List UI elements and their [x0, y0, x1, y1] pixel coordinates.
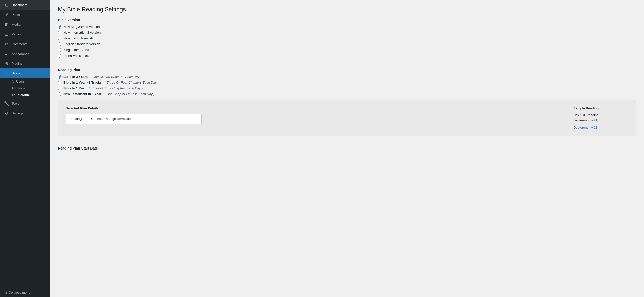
plan-details-box: Selected Plan Details Reading From Genes… — [58, 100, 636, 136]
radio-niv-input[interactable] — [58, 31, 61, 34]
sidebar-item-your-profile[interactable]: Your Profile — [0, 92, 50, 98]
section-divider — [58, 63, 636, 63]
sidebar-item-add-new[interactable]: Add New — [0, 85, 50, 92]
collapse-label: Collapse menu — [9, 291, 30, 294]
radio-nkjv-label: New King James Version — [63, 25, 100, 29]
radio-nlt-label: New Living Translation — [63, 36, 96, 40]
dashboard-icon: ⊞ — [4, 3, 9, 7]
bottom-section-divider — [58, 141, 636, 141]
radio-1year-note: ( Three Or Four Chapters Each Day ) — [89, 86, 143, 90]
sidebar-item-label: Plugins — [12, 62, 22, 65]
sample-reading-text: Day 184 Reading:Deuteronomy 21 — [573, 113, 629, 123]
comments-icon: ✉ — [4, 42, 9, 46]
radio-1year3tracks[interactable]: Bible In 1 Year - 3 Tracks ( Three Or Fo… — [58, 81, 636, 84]
radio-kjv-label: King James Version — [63, 48, 92, 52]
sample-reading-link[interactable]: Deuteronomy 21 — [573, 126, 597, 129]
sidebar-item-label: Media — [12, 23, 20, 26]
radio-1year-label: Bible In 1 Year — [63, 86, 86, 90]
details-left-panel: Selected Plan Details Reading From Genes… — [66, 106, 558, 130]
sidebar-item-posts[interactable]: ✐ Posts — [0, 10, 50, 20]
sidebar-item-settings[interactable]: ⚙ Settings — [0, 108, 50, 118]
radio-nt1year-note: ( One Chapter Or Less Each Day ) — [104, 92, 154, 96]
radio-rv1960-input[interactable] — [58, 54, 61, 58]
radio-1year[interactable]: Bible In 1 Year ( Three Or Four Chapters… — [58, 86, 636, 90]
sidebar-item-appearance[interactable]: 🖌 Appearance — [0, 49, 50, 59]
reading-plan-section: Reading Plan Bible In 3 Years ( One Or T… — [58, 68, 636, 136]
details-title: Selected Plan Details — [66, 106, 558, 110]
sidebar-item-label: Dashboard — [12, 3, 28, 7]
reading-plan-start-date-section: Reading Plan Start Date — [58, 146, 636, 150]
radio-esv-input[interactable] — [58, 42, 61, 46]
sidebar-item-comments[interactable]: ✉ Comments — [0, 39, 50, 49]
sidebar-item-label: Posts — [12, 13, 20, 17]
media-icon: ◧ — [4, 22, 9, 27]
radio-nt1year-label: New Testament In 1 Year — [63, 92, 101, 96]
users-icon: 👤 — [4, 71, 9, 76]
sidebar-item-dashboard[interactable]: ⊞ Dashboard — [0, 0, 50, 10]
radio-nkjv-input[interactable] — [58, 25, 61, 29]
radio-1year3tracks-input[interactable] — [58, 81, 61, 84]
radio-nkjv[interactable]: New King James Version — [58, 25, 636, 29]
sidebar-item-tools[interactable]: 🔧 Tools — [0, 98, 50, 108]
radio-nlt[interactable]: New Living Translation — [58, 36, 636, 40]
appearance-icon: 🖌 — [4, 52, 9, 56]
sidebar: ⊞ Dashboard ✐ Posts ◧ Media ☰ Pages ✉ Co… — [0, 0, 50, 297]
radio-1year-input[interactable] — [58, 87, 61, 90]
radio-rv1960-label: Reina-Valera 1960 — [63, 54, 90, 58]
sidebar-item-label: Pages — [12, 32, 21, 36]
radio-rv1960[interactable]: Reina-Valera 1960 — [58, 54, 636, 58]
radio-nt1year-input[interactable] — [58, 92, 61, 96]
bible-version-section: Bible Version New King James Version New… — [58, 18, 636, 58]
radio-nlt-input[interactable] — [58, 37, 61, 40]
plan-description: Reading From Genesis Through Revelation — [66, 114, 202, 124]
sidebar-item-label: Users — [12, 71, 20, 75]
sample-reading-title: Sample Reading — [573, 106, 629, 110]
sidebar-item-media[interactable]: ◧ Media — [0, 20, 50, 29]
settings-icon: ⚙ — [4, 111, 9, 116]
page-title: My Bible Reading Settings — [58, 6, 636, 13]
pages-icon: ☰ — [4, 32, 9, 37]
radio-niv-label: New International Version — [63, 31, 101, 34]
radio-3years-label: Bible In 3 Years — [63, 75, 88, 79]
radio-3years[interactable]: Bible In 3 Years ( One Or Two Chapters E… — [58, 75, 636, 79]
reading-plan-title: Reading Plan — [58, 68, 636, 72]
radio-esv-label: English Standard Version — [63, 42, 100, 46]
sidebar-item-users[interactable]: 👤 Users — [0, 68, 50, 78]
bible-version-radio-group: New King James Version New International… — [58, 25, 636, 58]
radio-1year3tracks-label: Bible In 1 Year - 3 Tracks — [63, 81, 102, 84]
start-date-title: Reading Plan Start Date — [58, 146, 636, 150]
details-right-panel: Sample Reading Day 184 Reading:Deuterono… — [573, 106, 629, 130]
radio-3years-input[interactable] — [58, 75, 61, 79]
main-content: My Bible Reading Settings Bible Version … — [50, 0, 644, 297]
collapse-menu-button[interactable]: ◁ Collapse menu — [0, 288, 50, 297]
radio-kjv[interactable]: King James Version — [58, 48, 636, 52]
sidebar-item-pages[interactable]: ☰ Pages — [0, 29, 50, 39]
radio-nt1year[interactable]: New Testament In 1 Year ( One Chapter Or… — [58, 92, 636, 96]
radio-3years-note: ( One Or Two Chapters Each Day ) — [91, 75, 141, 79]
sidebar-item-label: Tools — [12, 102, 19, 105]
tools-icon: 🔧 — [4, 101, 9, 106]
collapse-icon: ◁ — [4, 291, 7, 294]
bible-version-title: Bible Version — [58, 18, 636, 22]
radio-1year3tracks-note: ( Three Or Four Chapters Each Day ) — [105, 81, 159, 84]
radio-niv[interactable]: New International Version — [58, 31, 636, 34]
sidebar-item-label: Appearance — [12, 52, 29, 56]
sidebar-item-plugins[interactable]: ⊕ Plugins — [0, 59, 50, 68]
radio-esv[interactable]: English Standard Version — [58, 42, 636, 46]
reading-plan-radio-group: Bible In 3 Years ( One Or Two Chapters E… — [58, 75, 636, 96]
plugins-icon: ⊕ — [4, 61, 9, 66]
users-submenu: All Users Add New Your Profile — [0, 78, 50, 98]
sidebar-item-label: Settings — [12, 111, 23, 115]
sidebar-item-label: Comments — [12, 42, 27, 46]
radio-kjv-input[interactable] — [58, 48, 61, 52]
posts-icon: ✐ — [4, 12, 9, 17]
sidebar-item-all-users[interactable]: All Users — [0, 78, 50, 85]
